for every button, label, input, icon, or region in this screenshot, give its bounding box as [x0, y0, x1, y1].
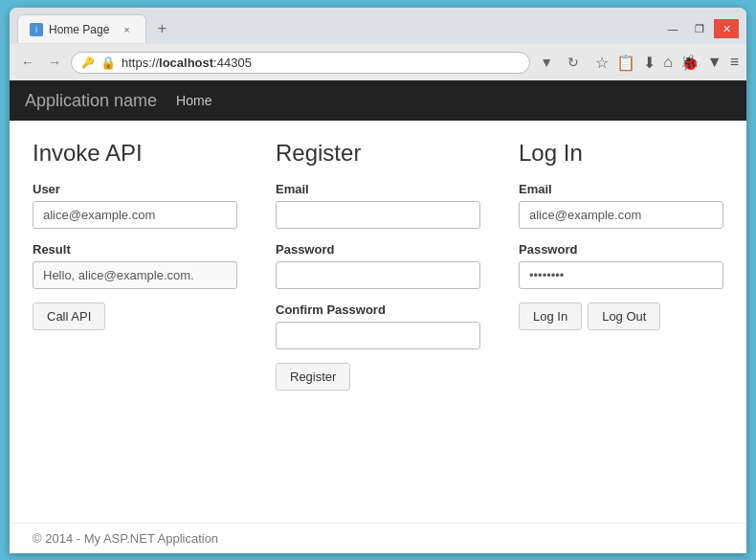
login-buttons: Log In Log Out	[519, 302, 723, 330]
register-confirm-label: Confirm Password	[276, 302, 480, 317]
browser-tab[interactable]: i Home Page ×	[17, 14, 146, 43]
window-controls: — ❐ ✕	[660, 19, 739, 38]
lock-icon: 🔑	[81, 56, 95, 69]
close-button[interactable]: ✕	[714, 19, 739, 38]
login-email-input[interactable]	[519, 201, 723, 229]
register-section: Register Email Password Confirm Password…	[276, 140, 480, 391]
new-tab-button[interactable]: +	[150, 17, 173, 40]
back-button[interactable]: ←	[17, 52, 38, 73]
register-button[interactable]: Register	[276, 363, 350, 391]
app-name: Application name	[25, 91, 157, 111]
invoke-api-title: Invoke API	[33, 140, 237, 167]
columns-container: Invoke API User Result Call API Register…	[33, 140, 723, 391]
navigation-bar: Application name Home	[10, 80, 746, 121]
menu-icon[interactable]: ≡	[730, 54, 739, 71]
login-email-group: Email	[519, 182, 723, 229]
tab-close-button[interactable]: ×	[119, 22, 134, 37]
address-bar: ← → 🔑 🔒 https://localhost:44305 ▼ ↻ ☆ 📋 …	[10, 44, 746, 80]
refresh-button[interactable]: ↻	[563, 52, 584, 73]
extensions-icon[interactable]: 🐞	[680, 54, 700, 72]
login-email-label: Email	[519, 182, 723, 196]
logout-button[interactable]: Log Out	[588, 302, 660, 330]
home-icon[interactable]: ⌂	[663, 54, 673, 71]
register-email-label: Email	[276, 182, 480, 196]
register-password-input[interactable]	[276, 261, 480, 289]
user-label: User	[33, 182, 237, 196]
login-password-input[interactable]	[519, 261, 723, 289]
url-text: https://localhost:44305	[122, 56, 252, 70]
maximize-button[interactable]: ❐	[687, 19, 712, 38]
login-section: Log In Email Password Log In Log Out	[519, 140, 723, 391]
login-title: Log In	[519, 140, 723, 167]
page-content: Invoke API User Result Call API Register…	[10, 121, 746, 523]
toolbar-icons: ☆ 📋 ⬇ ⌂ 🐞 ▼ ≡	[595, 54, 739, 72]
star-icon[interactable]: ☆	[595, 54, 609, 72]
url-bar[interactable]: 🔑 🔒 https://localhost:44305	[71, 52, 530, 74]
user-form-group: User	[33, 182, 237, 229]
result-label: Result	[33, 242, 237, 257]
login-button[interactable]: Log In	[519, 302, 582, 330]
login-password-label: Password	[519, 242, 723, 257]
forward-button[interactable]: →	[44, 52, 65, 73]
register-confirm-group: Confirm Password	[276, 302, 480, 349]
dropdown-button[interactable]: ▼	[536, 52, 557, 73]
page-footer: © 2014 - My ASP.NET Application	[10, 523, 746, 553]
result-input[interactable]	[33, 261, 237, 289]
register-title: Register	[276, 140, 480, 167]
download-icon[interactable]: ⬇	[643, 54, 656, 72]
user-input[interactable]	[33, 201, 237, 229]
register-confirm-input[interactable]	[276, 322, 480, 349]
call-api-button[interactable]: Call API	[33, 302, 105, 330]
title-bar: i Home Page × + — ❐ ✕	[10, 8, 746, 44]
invoke-api-section: Invoke API User Result Call API	[33, 140, 237, 391]
register-email-group: Email	[276, 182, 480, 229]
footer-text: © 2014 - My ASP.NET Application	[33, 531, 218, 546]
home-nav-link[interactable]: Home	[176, 93, 211, 108]
lock-icon2: 🔒	[100, 56, 116, 70]
dropdown-arrow-icon[interactable]: ▼	[707, 54, 723, 71]
login-password-group: Password	[519, 242, 723, 289]
minimize-button[interactable]: —	[660, 19, 685, 38]
register-password-label: Password	[276, 242, 480, 257]
tab-title: Home Page	[49, 23, 109, 36]
register-email-input[interactable]	[276, 201, 480, 229]
result-form-group: Result	[33, 242, 237, 289]
clipboard-icon[interactable]: 📋	[616, 54, 635, 72]
register-password-group: Password	[276, 242, 480, 289]
tab-favicon: i	[30, 23, 43, 36]
